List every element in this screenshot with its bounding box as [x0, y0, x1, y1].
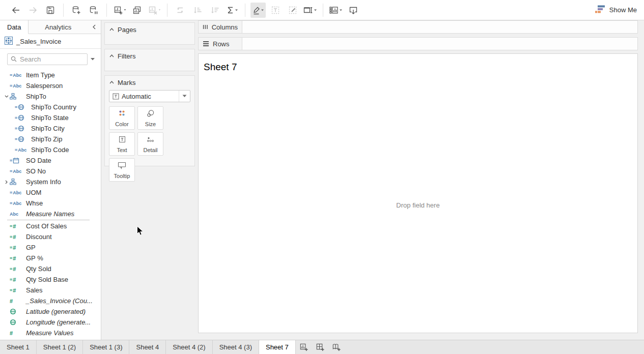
expander-down-icon[interactable]: [3, 95, 10, 98]
back-icon[interactable]: [8, 3, 23, 18]
field-shipto-country[interactable]: =ShipTo Country: [0, 102, 101, 112]
pages-card-header[interactable]: Pages: [105, 23, 194, 36]
clear-sheet-icon[interactable]: [147, 3, 162, 18]
mark-button-label: Color: [115, 121, 128, 127]
field-item-type[interactable]: =AbcItem Type: [0, 70, 101, 80]
text-icon: [118, 135, 126, 145]
text-button[interactable]: Text: [109, 132, 135, 156]
globe-icon: =: [15, 125, 31, 132]
search-options-icon[interactable]: [88, 58, 98, 61]
show-hide-cards-icon[interactable]: [328, 3, 344, 18]
datasource-item[interactable]: _Sales_Invoice: [0, 34, 101, 49]
field-longitude-generate[interactable]: Longitude (generate...: [0, 317, 101, 328]
hash-icon: =#: [10, 255, 26, 261]
columns-shelf-dropzone[interactable]: [242, 21, 637, 33]
new-worksheet-icon[interactable]: [112, 3, 127, 18]
marks-card-header[interactable]: Marks: [105, 76, 194, 89]
sheet-tab-sheet-4-2[interactable]: Sheet 4 (2): [166, 340, 212, 354]
field-salesperson[interactable]: =AbcSalesperson: [0, 80, 101, 91]
sheet-tab-sheet-4-3[interactable]: Sheet 4 (3): [213, 340, 259, 354]
field-gp[interactable]: =#GP: [0, 242, 101, 253]
forward-icon[interactable]: [25, 3, 41, 18]
marks-buttons: ColorSizeTextDetailTooltip: [105, 106, 194, 182]
fit-selector-icon[interactable]: [302, 3, 318, 18]
totals-icon[interactable]: [225, 3, 240, 18]
new-data-source-icon[interactable]: [69, 3, 84, 18]
sheet-title[interactable]: Sheet 7: [204, 62, 237, 73]
duplicate-sheet-icon[interactable]: [129, 3, 145, 18]
field-label: Longitude (generate...: [26, 318, 91, 326]
field-label: Measure Names: [26, 210, 74, 218]
datasource-icon: [5, 37, 13, 46]
field-label: Whse: [26, 199, 43, 207]
detail-button[interactable]: Detail: [137, 132, 163, 156]
new-dashboard-icon[interactable]: [312, 340, 328, 354]
pause-auto-updates-icon[interactable]: [86, 3, 101, 18]
field-uom[interactable]: =AbcUOM: [0, 187, 101, 198]
sheet-tab-sheet-1-3[interactable]: Sheet 1 (3): [83, 340, 129, 354]
sheet-tab-sheet-7[interactable]: Sheet 7: [259, 340, 296, 354]
mark-type-dropdown[interactable]: Automatic: [109, 90, 190, 102]
field-label: ShipTo Code: [31, 146, 69, 154]
field-qty-sold[interactable]: =#Qty Sold: [0, 263, 101, 274]
expander-right-icon[interactable]: [3, 180, 10, 184]
field-label: ShipTo City: [31, 125, 65, 132]
collapse-pane-icon[interactable]: [88, 20, 101, 34]
field-label: Cost Of Sales: [26, 222, 67, 230]
field-label: ShipTo Country: [31, 103, 76, 111]
abc-icon: =Abc: [10, 83, 26, 88]
tooltip-button[interactable]: Tooltip: [109, 158, 135, 182]
field-label: Discount: [26, 233, 52, 241]
field-so-no[interactable]: =AbcSO No: [0, 166, 101, 176]
columns-shelf[interactable]: Columns: [198, 20, 638, 34]
field-measure-values[interactable]: #Measure Values: [0, 328, 101, 338]
sheet-tab-sheet-1-2[interactable]: Sheet 1 (2): [37, 340, 83, 354]
show-mark-labels-icon[interactable]: [268, 3, 283, 18]
abc-icon: Abc: [10, 212, 26, 217]
field-measure-names[interactable]: AbcMeasure Names: [0, 209, 101, 219]
filters-card-header[interactable]: Filters: [105, 49, 194, 63]
field-shipto[interactable]: ShipTo: [0, 91, 101, 102]
sort-ascending-icon[interactable]: [190, 3, 205, 18]
new-worksheet-icon[interactable]: [296, 340, 312, 354]
sheet-canvas[interactable]: Sheet 7 Drop field here: [198, 53, 638, 333]
new-story-icon[interactable]: [328, 340, 345, 354]
field-whse[interactable]: =AbcWhse: [0, 198, 101, 209]
field-latitude-generated[interactable]: Latitude (generated): [0, 306, 101, 317]
rows-shelf-dropzone[interactable]: [242, 38, 637, 50]
field-cost-of-sales[interactable]: =#Cost Of Sales: [0, 221, 101, 231]
format-annotation-icon[interactable]: [285, 3, 300, 18]
show-me-button[interactable]: Show Me: [595, 5, 637, 15]
data-pane: Data Analytics _Sales_Invoice =AbcItem T…: [0, 20, 101, 340]
swap-rows-columns-icon[interactable]: [173, 3, 188, 18]
rows-shelf[interactable]: Rows: [198, 37, 638, 50]
field-shipto-zip[interactable]: =ShipTo Zip: [0, 134, 101, 144]
color-button[interactable]: Color: [109, 106, 135, 130]
field-qty-sold-base[interactable]: =#Qty Sold Base: [0, 274, 101, 285]
field-discount[interactable]: =#Discount: [0, 231, 101, 242]
field-shipto-city[interactable]: =ShipTo City: [0, 123, 101, 134]
rows-shelf-label: Rows: [199, 38, 242, 50]
field-so-date[interactable]: =SO Date: [0, 155, 101, 166]
search-input[interactable]: [20, 55, 84, 63]
tab-data[interactable]: Data: [0, 20, 29, 34]
save-icon[interactable]: [43, 3, 58, 18]
field-system-info[interactable]: System Info: [0, 176, 101, 187]
sheet-tab-sheet-1[interactable]: Sheet 1: [0, 340, 37, 354]
field-shipto-code[interactable]: =AbcShipTo Code: [0, 144, 101, 155]
presentation-mode-icon[interactable]: [346, 3, 361, 18]
field-shipto-state[interactable]: =ShipTo State: [0, 112, 101, 123]
sheet-tab-sheet-4[interactable]: Sheet 4: [129, 340, 166, 354]
field-sales[interactable]: =#Sales: [0, 285, 101, 296]
search-field[interactable]: [7, 53, 88, 65]
highlight-icon[interactable]: [250, 3, 266, 18]
sort-descending-icon[interactable]: [207, 3, 222, 18]
marks-card: Marks Automatic ColorSizeTextDetailToolt…: [104, 75, 195, 166]
field-gp[interactable]: =#GP %: [0, 253, 101, 263]
size-button[interactable]: Size: [137, 106, 163, 130]
show-me-label: Show Me: [609, 6, 637, 14]
hash-icon: #: [10, 330, 26, 336]
field-label: SO Date: [26, 157, 51, 164]
field-sales-invoice-cou[interactable]: #_Sales_Invoice (Cou...: [0, 296, 101, 306]
tab-analytics[interactable]: Analytics: [29, 20, 88, 34]
